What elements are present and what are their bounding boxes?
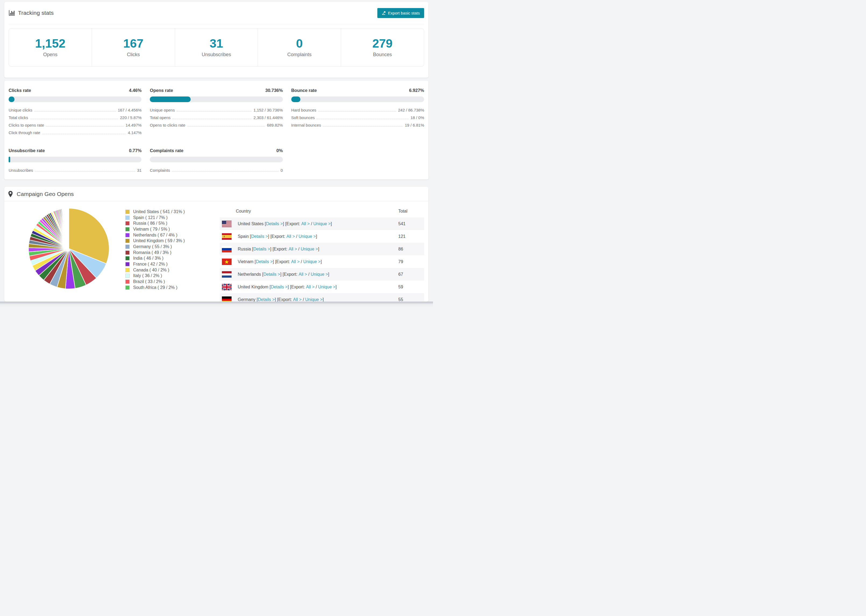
legend-item-brazil[interactable]: Brazil ( 33 / 2% ) xyxy=(125,279,185,284)
rate-value: 0.77% xyxy=(129,148,142,153)
bracket: ] xyxy=(323,297,324,302)
legend-item-italy[interactable]: Italy ( 36 / 2% ) xyxy=(125,273,185,279)
dotted-leader xyxy=(172,119,252,119)
legend-item-india[interactable]: India ( 46 / 3% ) xyxy=(125,256,185,261)
table-row-de: Germany [Details >] [Export: All > / Uni… xyxy=(220,293,424,302)
stat-row: Total clicks220 / 5.87% xyxy=(9,115,142,120)
legend-item-russia[interactable]: Russia ( 86 / 5% ) xyxy=(125,220,185,226)
stat-label: Opens xyxy=(43,52,57,58)
header-divider xyxy=(9,24,424,24)
legend-swatch xyxy=(125,256,130,261)
total-cell: 541 xyxy=(398,222,424,226)
slash: / xyxy=(299,259,303,264)
export-all-link[interactable]: All > xyxy=(288,247,297,251)
legend-item-united-states[interactable]: United States ( 541 / 31% ) xyxy=(125,209,185,215)
details-link[interactable]: Details > xyxy=(251,234,268,239)
legend-swatch xyxy=(125,210,130,214)
ru-flag-icon xyxy=(222,246,231,252)
export-all-link[interactable]: All > xyxy=(293,297,302,302)
stat-label: Clicks xyxy=(127,52,140,58)
legend-item-vietnam[interactable]: Vietnam ( 79 / 5% ) xyxy=(125,226,185,232)
export-unique-link[interactable]: Unique > xyxy=(301,247,318,251)
export-all-link[interactable]: All > xyxy=(306,284,315,289)
bracket: ] xyxy=(318,247,319,251)
nl-flag-icon xyxy=(222,271,231,278)
bracket: [ xyxy=(249,234,251,239)
tracking-stats-card: Tracking stats Export basic stats 1,152O… xyxy=(4,2,428,78)
stat-label: Complaints xyxy=(287,52,312,58)
country-name: United Kingdom xyxy=(238,284,268,289)
stat-row: Clicks to opens rate14.497% xyxy=(9,123,142,128)
stat-row-label: Opens to clicks rate xyxy=(150,123,185,128)
legend-item-romania[interactable]: Romania ( 49 / 3% ) xyxy=(125,250,185,256)
legend-label: Spain ( 121 / 7% ) xyxy=(133,215,168,220)
legend-label: United States ( 541 / 31% ) xyxy=(133,209,185,214)
stat-row: Soft bounces18 / 0% xyxy=(291,115,424,120)
export-unique-link[interactable]: Unique > xyxy=(299,234,316,239)
details-link[interactable]: Details > xyxy=(256,259,273,264)
bar-chart-icon xyxy=(9,10,15,16)
legend-item-spain[interactable]: Spain ( 121 / 7% ) xyxy=(125,215,185,221)
stat-row-value: 167 / 4.456% xyxy=(118,107,142,113)
bracket: [ xyxy=(251,247,254,251)
export-all-link[interactable]: All > xyxy=(291,259,299,264)
stat-row-value: 31 xyxy=(137,168,142,173)
rate-value: 30.736% xyxy=(265,88,283,93)
export-all-link[interactable]: All > xyxy=(301,222,310,226)
stat-row-label: Unsubscribes xyxy=(9,168,33,173)
stat-row-label: Internal bounces xyxy=(291,123,321,128)
export-unique-link[interactable]: Unique > xyxy=(313,222,331,226)
dotted-leader xyxy=(316,119,409,119)
legend-swatch xyxy=(125,245,130,249)
rate-title: Unsubscribe rate xyxy=(9,148,45,153)
geo-card-header: Campaign Geo Opens xyxy=(4,187,428,201)
stat-row-value: 1,152 / 30.736% xyxy=(254,107,283,113)
details-link[interactable]: Details > xyxy=(258,297,275,302)
stat-row-value: 220 / 5.87% xyxy=(120,115,142,120)
dotted-leader xyxy=(46,126,124,127)
stat-row-value: 18 / 0% xyxy=(410,115,424,120)
legend-item-france[interactable]: France ( 42 / 2% ) xyxy=(125,261,185,267)
stat-row-label: Click through rate xyxy=(9,130,40,135)
legend-swatch xyxy=(125,280,130,284)
legend-item-united-kingdom[interactable]: United Kingdom ( 59 / 3% ) xyxy=(125,238,185,244)
total-cell: 79 xyxy=(398,259,424,264)
legend-item-canada[interactable]: Canada ( 40 / 2% ) xyxy=(125,267,185,273)
rate-block-header: Complaints rate0% xyxy=(150,148,283,153)
export-unique-link[interactable]: Unique > xyxy=(311,272,328,277)
legend-swatch xyxy=(125,239,130,243)
export-basic-stats-button[interactable]: Export basic stats xyxy=(377,8,424,18)
dotted-leader xyxy=(35,171,135,172)
table-row-ru: Russia [Details >] [Export: All > / Uniq… xyxy=(220,243,424,255)
export-unique-link[interactable]: Unique > xyxy=(303,259,321,264)
export-unique-link[interactable]: Unique > xyxy=(305,297,323,302)
legend-label: Vietnam ( 79 / 5% ) xyxy=(133,227,170,232)
stat-row: Internal bounces19 / 6.81% xyxy=(291,123,424,128)
export-all-link[interactable]: All > xyxy=(287,234,295,239)
progress-bar-track xyxy=(291,96,424,102)
legend-item-south-africa[interactable]: South Africa ( 29 / 2% ) xyxy=(125,284,185,291)
stat-row: Unique opens1,152 / 30.736% xyxy=(150,107,283,113)
rate-block-unsubscribe-rate: Unsubscribe rate0.77%Unsubscribes31 xyxy=(9,148,142,175)
export-icon xyxy=(382,11,386,15)
rate-title: Clicks rate xyxy=(9,88,31,93)
bracket: [ xyxy=(264,222,266,226)
bracket: ] xyxy=(316,234,317,239)
rate-value: 0% xyxy=(277,148,283,153)
details-link[interactable]: Details > xyxy=(263,272,280,277)
legend-label: Russia ( 86 / 5% ) xyxy=(133,221,167,226)
dotted-leader xyxy=(318,111,396,112)
country-cell: Russia [Details >] [Export: All > / Uniq… xyxy=(220,246,398,252)
export-all-link[interactable]: All > xyxy=(299,272,307,277)
slash: / xyxy=(314,284,318,289)
rate-title: Bounce rate xyxy=(291,88,317,93)
progress-bar-fill xyxy=(9,157,10,162)
table-row-es: Spain [Details >] [Export: All > / Uniqu… xyxy=(220,230,424,243)
legend-item-germany[interactable]: Germany ( 55 / 3% ) xyxy=(125,244,185,250)
details-link[interactable]: Details > xyxy=(271,284,288,289)
details-link[interactable]: Details > xyxy=(266,222,283,226)
dotted-leader xyxy=(42,134,126,134)
export-unique-link[interactable]: Unique > xyxy=(318,284,335,289)
details-link[interactable]: Details > xyxy=(254,247,270,251)
legend-item-netherlands[interactable]: Netherlands ( 67 / 4% ) xyxy=(125,232,185,238)
